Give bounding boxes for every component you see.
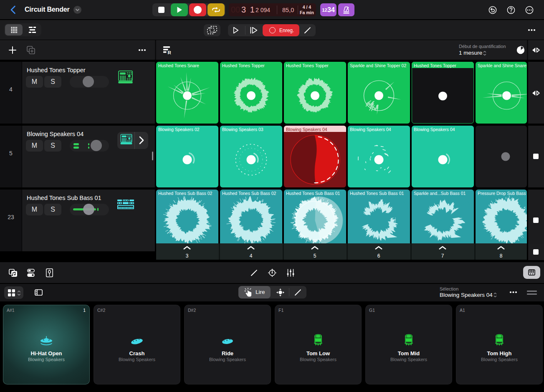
svg-text:R: R	[168, 50, 172, 55]
